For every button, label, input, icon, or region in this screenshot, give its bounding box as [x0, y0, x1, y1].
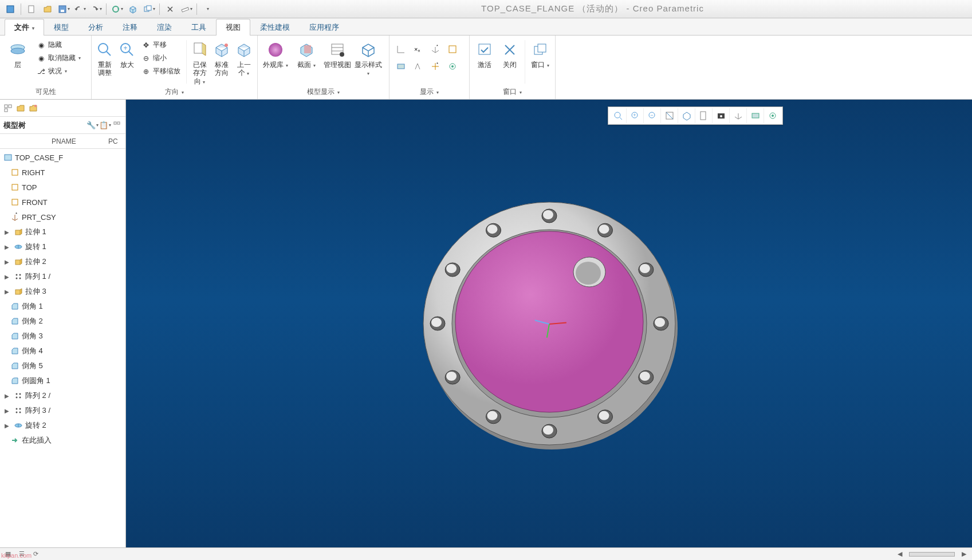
vt-dispstyle-icon[interactable] — [678, 108, 695, 123]
windows-button[interactable]: 窗口 ▾ — [529, 38, 552, 86]
tab-render[interactable]: 渲染 — [147, 19, 182, 36]
svg-point-29 — [451, 65, 454, 68]
tree-root[interactable]: TOP_CASE_F — [0, 150, 125, 165]
vt-refit-icon[interactable] — [609, 108, 627, 123]
vt-csys-icon[interactable] — [730, 108, 747, 123]
vt-camera-icon[interactable] — [713, 108, 730, 123]
tree-settings-icon[interactable]: 🔧▾ — [88, 121, 97, 130]
svg-text:×ₓ: ×ₓ — [414, 46, 420, 53]
tree-item[interactable]: ▶拉伸 2 — [0, 254, 125, 269]
panzoom-button[interactable]: ⊕平移缩放 — [139, 65, 183, 77]
app-menu-icon[interactable] — [3, 2, 17, 16]
tree-item[interactable]: 倒角 3 — [0, 329, 125, 344]
pan-button[interactable]: ✥平移 — [139, 39, 183, 51]
tab-model[interactable]: 模型 — [44, 19, 78, 36]
show-spin-icon[interactable] — [444, 58, 461, 74]
vt-saved-icon[interactable] — [695, 108, 713, 123]
zoomin-button[interactable]: + 放大 — [117, 38, 136, 86]
refit-button[interactable]: 重新调整 — [95, 38, 115, 86]
vt-repaint-icon[interactable] — [661, 108, 678, 123]
tree-item[interactable]: ▶阵列 1 / — [0, 269, 125, 284]
tree-item[interactable]: FRONT — [0, 195, 125, 210]
svg-point-50 — [19, 278, 21, 279]
tab-flexmodel[interactable]: 柔性建模 — [250, 19, 300, 36]
tree-item[interactable]: *PRT_CSY — [0, 210, 125, 224]
tree-item[interactable]: ▶旋转 2 — [0, 418, 125, 433]
show-planes-icon[interactable] — [444, 41, 461, 57]
windows-icon[interactable]: ▾ — [142, 2, 156, 16]
tab-analysis[interactable]: 分析 — [78, 19, 113, 36]
show-csys2-icon[interactable]: * — [427, 58, 443, 74]
svg-text:*: * — [436, 61, 438, 66]
layers-button[interactable]: 层 — [3, 38, 32, 86]
hide-button[interactable]: ◉隐藏 — [34, 39, 83, 51]
show-symbols-icon[interactable] — [410, 58, 426, 74]
tab-apps[interactable]: 应用程序 — [300, 19, 349, 36]
tree-item[interactable]: TOP — [0, 180, 125, 195]
svg-rect-37 — [114, 122, 116, 124]
vt-zoomout-icon[interactable]: − — [644, 108, 661, 123]
standard-orient-button[interactable]: 标准方向 — [212, 38, 231, 86]
show-axes-icon[interactable] — [393, 41, 409, 57]
box-icon[interactable] — [126, 2, 140, 16]
undo-icon[interactable]: ▾ — [73, 2, 86, 16]
tree-item[interactable]: ▶阵列 2 / — [0, 388, 125, 403]
model-tree[interactable]: TOP_CASE_FRIGHTTOPFRONT*PRT_CSY▶拉伸 1▶旋转 … — [0, 149, 125, 547]
svg-point-10 — [99, 44, 108, 53]
tree-item[interactable]: 倒角 5 — [0, 358, 125, 373]
close-window-icon[interactable] — [163, 2, 177, 16]
tab-view[interactable]: 视图 — [216, 19, 250, 36]
tree-item[interactable]: 倒角 1 — [0, 299, 125, 314]
view-toolbar: + − — [608, 107, 783, 125]
unhide-button[interactable]: ◉取消隐藏 ▾ — [34, 52, 83, 64]
svg-point-99 — [431, 318, 442, 327]
status-button[interactable]: ⎇状况 ▾ — [34, 65, 83, 77]
tree-item[interactable]: RIGHT — [0, 165, 125, 180]
saved-orient-button[interactable]: 已保存方向 ▾ — [190, 38, 210, 86]
section-button[interactable]: 截面 ▾ — [292, 38, 321, 86]
svg-point-95 — [487, 411, 497, 420]
sb-reload-icon[interactable]: ⟳ — [31, 550, 40, 559]
tree-layout-icon[interactable] — [3, 104, 13, 113]
vt-zoomin-icon[interactable]: + — [627, 108, 644, 123]
regen-icon[interactable]: ▾ — [110, 2, 124, 16]
tree-folder-icon[interactable] — [16, 104, 25, 113]
measure-icon[interactable]: ▾ — [179, 2, 193, 16]
manage-views-button[interactable]: 管理视图 — [323, 38, 352, 86]
show-annot-icon[interactable] — [393, 58, 409, 74]
redo-icon[interactable]: ▾ — [89, 2, 103, 16]
viewport[interactable]: + − — [126, 100, 972, 547]
tree-filter-icon[interactable]: 📋▾ — [100, 121, 109, 130]
vt-annot-icon[interactable] — [747, 108, 764, 123]
display-style-button[interactable]: 显示样式 ▾ — [354, 38, 383, 86]
tab-tools[interactable]: 工具 — [182, 19, 216, 36]
svg-point-61 — [615, 112, 620, 118]
tree-item[interactable]: 倒圆角 1 — [0, 373, 125, 388]
tree-item[interactable]: 在此插入 — [0, 433, 125, 448]
save-icon[interactable]: ▾ — [57, 2, 70, 16]
svg-point-83 — [599, 224, 609, 234]
appearance-button[interactable]: 外观库 ▾ — [261, 38, 290, 86]
show-csys-icon[interactable]: * — [427, 41, 443, 57]
new-icon[interactable] — [25, 2, 38, 16]
tab-annotate[interactable]: 注释 — [113, 19, 147, 36]
open-icon[interactable] — [41, 2, 54, 16]
tree-item[interactable]: ▶拉伸 1 — [0, 224, 125, 239]
show-points-icon[interactable]: ×ₓ — [410, 41, 426, 57]
close-button[interactable]: 关闭 — [498, 38, 521, 86]
tree-star-icon[interactable] — [29, 104, 38, 113]
tree-item[interactable]: 倒角 2 — [0, 314, 125, 329]
tree-item[interactable]: ▶阵列 3 / — [0, 403, 125, 418]
tree-item[interactable]: 倒角 4 — [0, 344, 125, 358]
tree-item[interactable]: ▶旋转 1 — [0, 239, 125, 254]
svg-rect-33 — [5, 105, 7, 108]
prev-orient-button[interactable]: 上一个 ▾ — [234, 38, 254, 86]
svg-point-103 — [487, 224, 497, 234]
tree-item[interactable]: ▶拉伸 3 — [0, 284, 125, 299]
dropdown-arrow-icon[interactable]: ▾ — [200, 2, 214, 16]
tab-file[interactable]: 文件 ▾ — [5, 19, 44, 36]
vt-spin-icon[interactable] — [764, 108, 781, 123]
activate-button[interactable]: 激活 — [473, 38, 496, 86]
tree-more-icon[interactable] — [113, 121, 122, 130]
zoomout-button[interactable]: ⊖缩小 — [139, 52, 183, 64]
